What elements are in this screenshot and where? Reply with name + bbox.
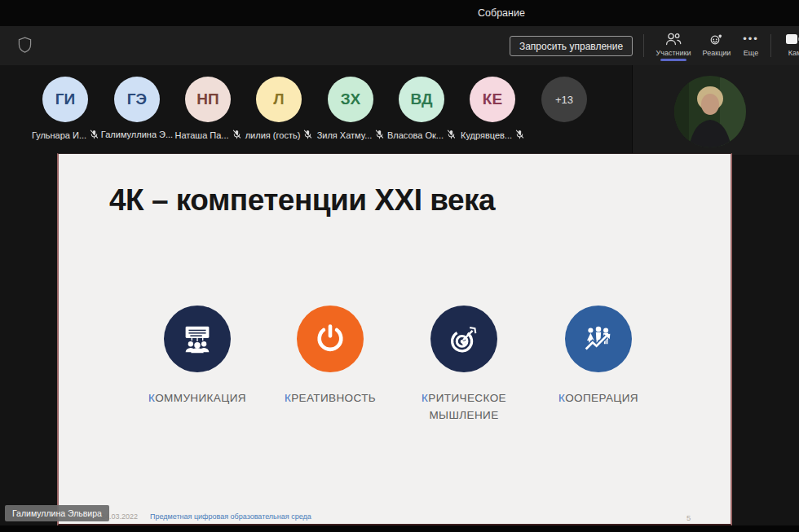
shared-presentation-slide: 4К – компетенции XXI века [57,153,732,526]
slide-page-number: 5 [686,513,691,522]
competency-label: КОММУНИКАЦИЯ [128,390,267,407]
avatar[interactable]: Л [256,77,302,122]
participant-name: Гульнара И... [32,130,86,140]
tab-reactions-label: Реакции [703,49,731,57]
tab-more-label: Еще [744,49,758,57]
teams-meeting-window: Собрание Запросить управление Участники [0,0,799,532]
participants-icon [664,31,682,47]
participant-overflow: +13 [519,77,609,122]
presenter-photo [674,76,746,147]
competency-label: КООПЕРАЦИЯ [529,390,668,407]
request-control-button[interactable]: Запросить управление [510,36,633,56]
tab-reactions[interactable]: Реакции [699,31,735,65]
avatar[interactable]: НП [185,77,231,122]
active-tab-underline [660,59,686,61]
security-shield-icon[interactable] [18,37,32,57]
participant-name: Зиля Хатму... [317,130,373,140]
slide-footer-text: Предметная цифровая образовательная сред… [150,512,311,521]
toolbar-divider [643,34,644,57]
avatar[interactable]: ГЭ [114,77,160,122]
reactions-icon [709,31,725,47]
creativity-circle [297,306,364,372]
avatar[interactable]: ЗХ [328,77,373,122]
avatar[interactable]: ВД [399,77,444,122]
overflow-count-badge[interactable]: +13 [541,77,587,122]
participant-name: Власова Ок... [387,130,444,140]
meeting-stage: ГИ Гульнара И... ГЭ Галимуллина Э... НП … [0,65,799,525]
participant-name: Наташа Па... [174,130,228,140]
target-dart-icon [445,320,483,358]
participant-name: Галимуллина Э... [101,130,173,139]
more-icon: ••• [743,31,759,47]
camera-icon [786,31,799,47]
tab-participants[interactable]: Участники [650,31,697,65]
mic-muted-icon [515,130,524,141]
tab-participants-label: Участники [656,49,691,57]
meeting-title: Собрание [478,7,525,19]
tab-camera[interactable]: Кам [779,31,799,65]
team-growth-icon [580,320,617,358]
power-icon [312,321,348,357]
competency-communication: КОММУНИКАЦИЯ [128,306,267,407]
avatar[interactable]: КЕ [470,77,515,122]
competency-label: КРИТИЧЕСКОЕ МЫШЛЕНИЕ [395,390,533,424]
tab-camera-label: Кам [788,49,799,57]
bottom-bar [0,525,799,532]
slide-title: 4К – компетенции XXI века [109,183,495,218]
competency-critical-thinking: КРИТИЧЕСКОЕ МЫШЛЕНИЕ [395,306,533,424]
competency-creativity: КРЕАТИВНОСТЬ [261,306,400,407]
participant-name: Кудрявцев... [461,130,512,140]
avatar[interactable]: ГИ [42,77,88,122]
communication-circle [164,306,231,372]
meeting-toolbar: Запросить управление Участники [0,26,799,65]
toolbar-divider [770,34,771,57]
critical-thinking-circle [430,306,497,372]
participant-name: лилия (гость) [245,130,301,140]
tab-more[interactable]: ••• Еще [736,31,766,65]
competency-cooperation: КООПЕРАЦИЯ [529,306,668,407]
window-title-bar: Собрание [0,0,799,26]
presenter-name-tag: Галимуллина Эльвира [5,505,109,521]
competency-label: КРЕАТИВНОСТЬ [261,390,400,407]
cooperation-circle [565,306,632,372]
presentation-audience-icon [179,320,216,358]
presenter-video-tile[interactable] [632,65,799,155]
